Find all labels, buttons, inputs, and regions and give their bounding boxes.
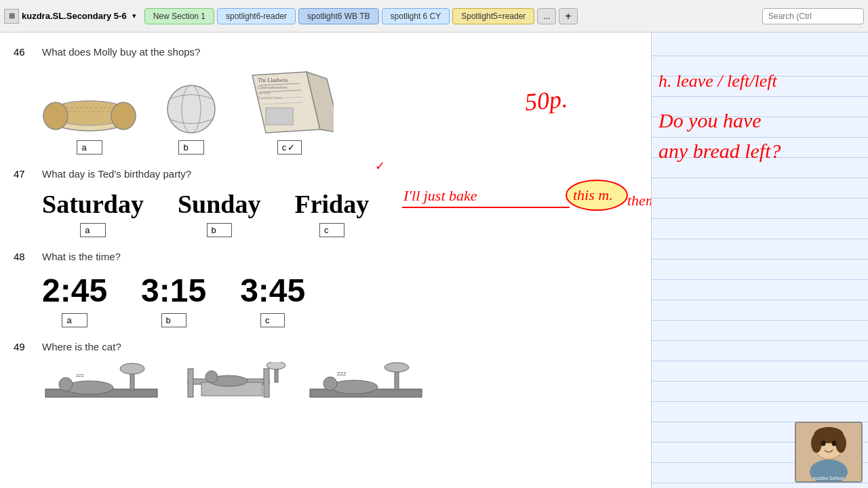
worksheet: 46 What does Molly buy at the shops? (0, 33, 651, 488)
q48-answer-c[interactable]: c (260, 313, 285, 327)
svg-point-37 (323, 377, 337, 390)
q48-answer-a[interactable]: a (62, 313, 87, 327)
question-47: 47 What day is Ted's birthday party? Sat… (14, 167, 637, 237)
dropdown-arrow[interactable]: ▾ (132, 12, 136, 20)
tab-spotlight6-cy[interactable]: spotlight 6 CY (382, 8, 450, 24)
q48-time-a: 2:45 (42, 272, 107, 309)
q48-item-a: 2:45 a (42, 272, 107, 327)
q47-word-a: Saturday (42, 189, 144, 219)
q49-item-a: zzz (42, 362, 161, 403)
q46-num: 46 (14, 46, 38, 58)
q47-answer-c[interactable]: c (319, 223, 344, 237)
svg-rect-26 (188, 369, 193, 397)
q46-answer-c[interactable]: c ✓ (277, 140, 302, 155)
q47-num: 47 (14, 168, 38, 180)
search-input[interactable] (762, 8, 864, 24)
tab-spotlight6-wb-tb[interactable]: spotlight6 WB TB (298, 8, 378, 24)
svg-point-35 (384, 363, 409, 372)
q47-item-c: Friday c (294, 189, 369, 237)
svg-point-2 (43, 102, 68, 129)
q47-item-a: Saturday a (42, 189, 144, 237)
more-tabs-button[interactable]: ... (537, 8, 556, 24)
q49-text: Where is the cat? (42, 341, 121, 352)
q47-answer-b[interactable]: b (207, 223, 232, 237)
question-46: 46 What does Molly buy at the shops? (14, 45, 637, 155)
notes-panel: h. leave / left/left Do you have any bre… (651, 33, 868, 488)
q46-text: What does Molly buy at the shops? (42, 46, 200, 58)
svg-point-55 (832, 441, 837, 446)
svg-text:zzz: zzz (76, 372, 84, 378)
q49-item-b (174, 362, 293, 403)
svg-text:Caernarfonshire: Caernarfonshire (258, 85, 288, 89)
tab-spotlight6-reader[interactable]: spotlight6-reader (217, 8, 296, 24)
q47-item-b: Sunday b (178, 189, 261, 237)
svg-text:diet from: diet from (258, 91, 271, 95)
svg-point-22 (66, 381, 113, 394)
topbar: ⊞ kuzdra.SL.Secondary 5-6 ▾ New Section … (0, 0, 868, 33)
svg-text:The Llanberis: The Llanberis (258, 77, 288, 83)
svg-point-54 (821, 441, 826, 446)
q48-time-b: 3:15 (141, 272, 206, 309)
question-49: 49 Where is the cat? zzz (14, 340, 637, 403)
svg-point-30 (267, 362, 285, 369)
q48-answer-b[interactable]: b (161, 313, 186, 327)
svg-point-3 (111, 102, 136, 129)
q47-text: What day is Ted's birthday party? (42, 168, 191, 180)
svg-point-21 (120, 363, 144, 374)
svg-text:Snowdon Times: Snowdon Times (258, 96, 282, 100)
q46-answer-b[interactable]: b (178, 140, 203, 155)
svg-point-53 (835, 434, 846, 453)
q47-word-b: Sunday (178, 189, 261, 219)
svg-point-36 (330, 380, 378, 394)
svg-rect-14 (266, 108, 293, 125)
svg-point-52 (811, 434, 822, 453)
q46-answer-a[interactable]: a (77, 140, 102, 155)
q48-time-c: 3:45 (240, 272, 305, 309)
app-icon: ⊞ (4, 9, 19, 24)
svg-text:kuzdra School: kuzdra School (814, 476, 844, 481)
main-area: 46 What does Molly buy at the shops? (0, 33, 868, 488)
q46-item-a: a (42, 82, 137, 155)
q46-item-c: The Llanberis Caernarfonshire diet from … (245, 68, 334, 155)
q47-answer-a[interactable]: a (80, 223, 105, 237)
svg-point-6 (167, 85, 215, 133)
svg-point-32 (205, 371, 218, 383)
tab-spotlight5-reader[interactable]: Spotlight5=reader (452, 8, 534, 24)
app-title: kuzdra.SL.Secondary 5-6 (22, 11, 127, 21)
q46-item-b: b (164, 82, 218, 155)
q49-num: 49 (14, 341, 38, 352)
question-48: 48 What is the time? 2:45 a 3:15 b (14, 249, 637, 327)
svg-rect-27 (264, 369, 269, 397)
q47-word-c: Friday (294, 189, 369, 219)
q49-item-c: zzz (307, 362, 425, 403)
q48-num: 48 (14, 251, 38, 262)
new-tab-button[interactable]: + (559, 8, 577, 24)
q48-item-c: 3:45 c (240, 272, 305, 327)
q48-item-b: 3:15 b (141, 272, 206, 327)
svg-point-23 (59, 378, 73, 391)
q48-text: What is the time? (42, 251, 121, 262)
svg-text:zzz: zzz (337, 370, 347, 377)
avatar: kuzdra School (795, 422, 863, 483)
tab-new-section[interactable]: New Section 1 (144, 8, 214, 24)
